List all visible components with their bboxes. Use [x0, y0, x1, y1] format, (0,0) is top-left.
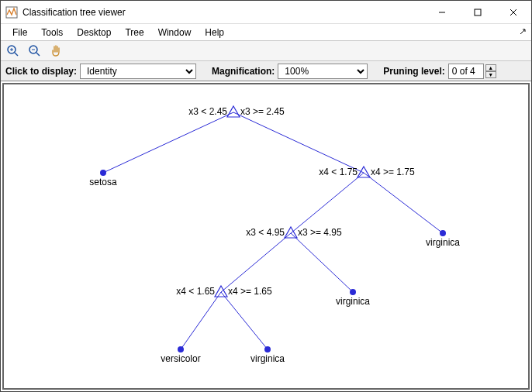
pruning-stepper[interactable]: ▲ ▼ — [485, 64, 496, 78]
menu-tree[interactable]: Tree — [118, 25, 150, 40]
svg-line-16 — [221, 233, 291, 292]
pruning-value: 0 of 4 — [448, 64, 484, 79]
leaf-label: virginica — [336, 296, 370, 307]
svg-line-19 — [221, 292, 268, 349]
tree-node-leaf[interactable] — [350, 289, 356, 295]
menu-window[interactable]: Window — [151, 25, 199, 40]
maximize-button[interactable] — [460, 1, 496, 24]
display-select[interactable]: Identity — [80, 64, 196, 79]
menu-help[interactable]: Help — [198, 25, 231, 40]
split-label: x4 < 1.75 — [319, 167, 358, 177]
zoom-out-button[interactable] — [27, 43, 43, 59]
split-label: x4 >= 1.65 — [228, 286, 272, 297]
svg-line-10 — [36, 53, 40, 56]
minimize-button[interactable] — [424, 1, 460, 24]
tree-node-leaf[interactable] — [178, 346, 184, 352]
menu-file[interactable]: File — [5, 25, 34, 40]
app-logo-icon — [5, 6, 18, 19]
leaf-label: virginica — [426, 237, 460, 248]
split-label: x3 < 2.45 — [188, 106, 227, 117]
leaf-label: setosa — [89, 177, 117, 187]
pruning-step-down[interactable]: ▼ — [485, 71, 496, 78]
zoom-in-button[interactable] — [5, 43, 21, 59]
pruning-step-up[interactable]: ▲ — [485, 64, 496, 71]
svg-rect-2 — [475, 9, 481, 15]
svg-line-14 — [291, 173, 364, 233]
svg-line-13 — [233, 112, 364, 173]
close-button[interactable] — [496, 1, 531, 24]
svg-line-18 — [181, 292, 221, 349]
split-label: x4 >= 1.75 — [371, 167, 415, 177]
window-title: Classification tree viewer — [22, 7, 424, 18]
leaf-label: virginica — [250, 353, 285, 364]
pan-button[interactable] — [49, 43, 64, 59]
tree-node-split[interactable] — [215, 286, 227, 297]
split-label: x3 < 4.95 — [246, 227, 285, 238]
tree-node-split[interactable] — [227, 106, 240, 117]
display-label: Click to display: — [1, 66, 80, 77]
tree-node-leaf[interactable] — [100, 170, 106, 176]
split-label: x3 >= 4.95 — [298, 227, 342, 238]
control-bar: Click to display: Identity Magnification… — [1, 61, 531, 81]
split-label: x3 >= 2.45 — [240, 106, 285, 117]
svg-line-17 — [291, 233, 353, 292]
split-label: x4 < 1.65 — [176, 286, 215, 297]
svg-line-6 — [15, 53, 18, 56]
menu-desktop[interactable]: Desktop — [70, 25, 118, 40]
leaf-label: versicolor — [161, 353, 200, 364]
magnification-label: Magnification: — [207, 66, 278, 77]
magnification-select[interactable]: 100% — [278, 64, 368, 79]
menubar: File Tools Desktop Tree Window Help — [1, 24, 531, 41]
app-window: Classification tree viewer File Tools De… — [0, 0, 532, 392]
tree-node-split[interactable] — [285, 227, 297, 238]
menu-tools[interactable]: Tools — [34, 25, 70, 40]
tree-node-leaf[interactable] — [264, 346, 271, 352]
titlebar: Classification tree viewer — [1, 1, 531, 24]
pruning-label: Pruning level: — [378, 66, 447, 77]
tree-node-leaf[interactable] — [440, 230, 446, 236]
undock-button[interactable] — [519, 27, 527, 38]
toolbar — [1, 41, 531, 61]
svg-line-15 — [364, 173, 443, 233]
tree-canvas[interactable]: x3 < 2.45 x3 >= 2.45 setosa x4 < 1.75 x4… — [2, 83, 530, 390]
svg-line-12 — [103, 112, 233, 173]
